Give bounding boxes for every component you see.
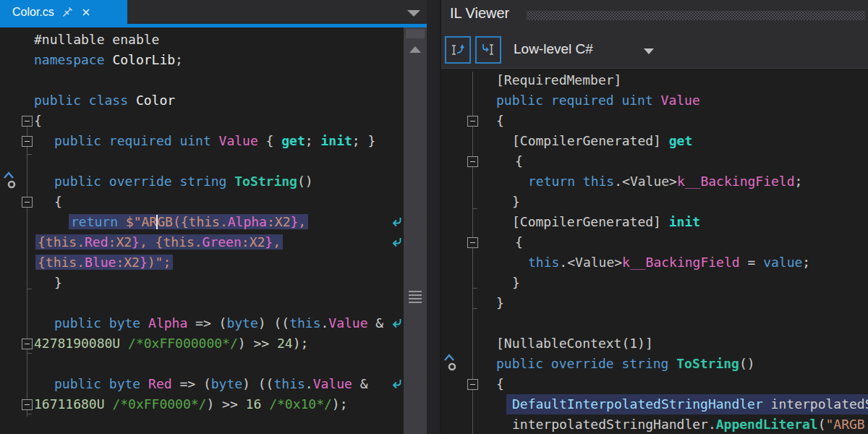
fold-collapse-button[interactable]	[22, 197, 33, 208]
fold-collapse-button[interactable]	[22, 136, 33, 147]
il-viewer-code[interactable]: [RequiredMember]public required uint Val…	[441, 69, 868, 434]
line-wrap-indicator-icon	[390, 216, 402, 227]
sync-il-to-caret-icon	[480, 41, 497, 59]
code-line[interactable]: {this.Red:X2}, {this.Green:X2},	[38, 232, 281, 252]
line-wrap-indicator-icon	[390, 237, 402, 247]
code-line[interactable]: public required uint Value { get; init; …	[54, 131, 375, 151]
line-wrap-indicator-icon	[390, 378, 402, 389]
line-wrap-indicator-icon	[390, 318, 402, 328]
code-line[interactable]: interpolatedStringHandler.AppendLiteral(…	[512, 414, 865, 434]
code-line[interactable]: 16711680U /*0xFF0000*/) >> 16 /*0x10*/);	[34, 394, 348, 414]
text-selection: {this.Red:X2}, {this.Green:X2},	[38, 234, 281, 250]
overrides-member-icon[interactable]	[2, 171, 20, 190]
code-line[interactable]: }	[512, 273, 520, 293]
scrollbar-grip[interactable]	[409, 298, 422, 299]
panel-splitter[interactable]	[427, 0, 441, 434]
code-line[interactable]: }	[496, 293, 504, 313]
code-line[interactable]: 4278190080U /*0xFF000000*/) >> 24);	[34, 333, 308, 354]
code-line[interactable]: {	[496, 111, 504, 131]
fold-collapse-button[interactable]	[22, 339, 33, 349]
code-line[interactable]: DefaultInterpolatedStringHandler interpo…	[512, 394, 868, 414]
code-line[interactable]: #nullable enable	[34, 30, 159, 50]
fold-guide-tick	[27, 154, 32, 155]
fold-guide-tick	[472, 288, 477, 289]
sync-caret-to-il-button[interactable]	[445, 36, 471, 64]
chevron-down-icon[interactable]	[644, 48, 654, 54]
code-line[interactable]: }	[512, 192, 520, 212]
code-line[interactable]: [CompilerGenerated] init	[512, 212, 700, 232]
code-line[interactable]: public override string ToString()	[54, 171, 313, 192]
text-selection: return $"ARGB({this.Alpha:X2},	[71, 214, 306, 229]
fold-collapse-button[interactable]	[22, 399, 33, 410]
fold-guide-tick	[27, 289, 32, 289]
fold-guide-line	[27, 121, 27, 417]
code-line[interactable]: {	[515, 232, 523, 252]
code-line[interactable]: {this.Blue:X2})";	[38, 252, 171, 273]
fold-collapse-button[interactable]	[467, 379, 478, 390]
code-line[interactable]: [CompilerGenerated] get	[512, 131, 692, 151]
code-line[interactable]: {	[515, 151, 523, 171]
editor-tab-bar: Color.cs	[0, 0, 427, 24]
overrides-member-icon[interactable]	[443, 353, 460, 372]
pin-icon[interactable]	[62, 7, 73, 17]
ide-window: Color.cs #nullable enablenamespace Color…	[0, 0, 868, 434]
scrollbar-grip[interactable]	[409, 294, 422, 296]
fold-guide-tick	[472, 308, 477, 309]
toolwindow-drag-grip[interactable]	[527, 11, 865, 20]
code-line[interactable]: }	[54, 273, 62, 293]
code-line[interactable]: public byte Alpha => (byte) ((this.Value…	[54, 313, 383, 333]
code-editor[interactable]: #nullable enablenamespace ColorLib;publi…	[0, 27, 402, 434]
scrollbar-up-arrow-icon[interactable]	[409, 46, 421, 53]
fold-guide-tick	[472, 208, 477, 209]
view-mode-dropdown[interactable]: Low-level C#	[514, 41, 593, 57]
fold-collapse-button[interactable]	[467, 116, 478, 127]
scrollbar-health-indicator	[406, 29, 425, 38]
code-line[interactable]: return this.<Value>k__BackingField;	[528, 171, 802, 192]
code-line[interactable]: return $"ARGB({this.Alpha:X2},	[71, 212, 306, 232]
scrollbar[interactable]	[404, 27, 427, 434]
fold-guide-tick	[27, 353, 32, 354]
code-line[interactable]: {	[496, 374, 504, 394]
chevron-down-icon[interactable]	[407, 10, 420, 17]
fold-guide-tick	[27, 414, 32, 414]
sync-caret-to-il-icon	[449, 41, 467, 59]
scrollbar-grip[interactable]	[409, 291, 422, 292]
scrollbar-grip[interactable]	[409, 302, 422, 303]
tab-color-cs[interactable]: Color.cs	[0, 0, 127, 24]
code-line[interactable]: [RequiredMember]	[496, 70, 621, 90]
fold-collapse-button[interactable]	[467, 156, 478, 167]
code-line[interactable]: {	[54, 192, 62, 212]
fold-collapse-button[interactable]	[22, 116, 33, 127]
il-viewer-header: IL Viewer Low-level C#	[441, 0, 868, 69]
code-line[interactable]: public required uint Value	[496, 90, 700, 111]
code-line[interactable]: public class Color	[34, 90, 175, 111]
tab-title: Color.cs	[12, 6, 54, 19]
code-line[interactable]: public override string ToString()	[496, 354, 755, 374]
code-line[interactable]: [NullableContext(1)]	[496, 333, 653, 354]
code-line[interactable]: namespace ColorLib;	[34, 50, 183, 70]
sync-il-to-caret-button[interactable]	[475, 36, 501, 64]
fold-collapse-button[interactable]	[467, 237, 478, 248]
text-selection: {this.Blue:X2})";	[38, 255, 171, 270]
code-line[interactable]: {	[34, 111, 42, 131]
code-line[interactable]: public byte Red => (byte) ((this.Value &	[54, 374, 368, 394]
code-line[interactable]: this.<Value>k__BackingField = value;	[528, 252, 810, 273]
close-icon[interactable]	[81, 7, 91, 17]
panel-title: IL Viewer	[450, 5, 509, 22]
